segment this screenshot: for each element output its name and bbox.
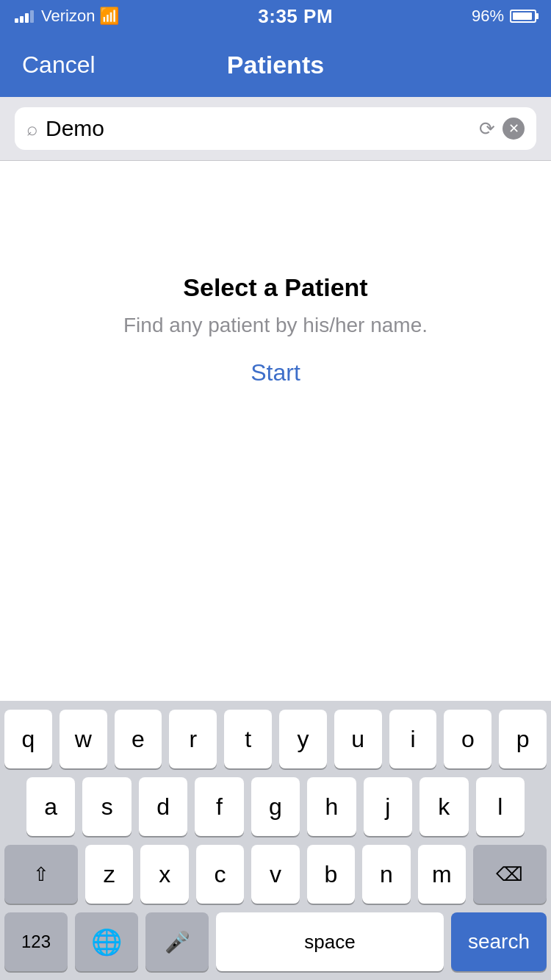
key-k[interactable]: k (419, 777, 468, 836)
battery-fill (513, 12, 532, 20)
numbers-key[interactable]: 123 (4, 912, 68, 971)
keyboard-bottom-row: 123 🌐 🎤 space search (4, 912, 547, 971)
search-icon: ⌕ (26, 118, 38, 140)
battery-percent: 96% (472, 7, 504, 26)
cancel-button[interactable]: Cancel (22, 51, 96, 79)
search-input[interactable] (46, 116, 472, 141)
nav-bar: Cancel Patients (0, 32, 551, 97)
space-key[interactable]: space (216, 912, 444, 971)
key-z[interactable]: z (85, 845, 133, 904)
page-title: Patients (227, 51, 324, 79)
key-h[interactable]: h (307, 777, 356, 836)
key-c[interactable]: c (196, 845, 244, 904)
key-j[interactable]: j (364, 777, 412, 836)
key-u[interactable]: u (334, 710, 382, 768)
status-left: Verizon 📶 (15, 7, 119, 26)
clear-search-button[interactable]: ✕ (503, 118, 525, 140)
shift-key[interactable]: ⇧ (4, 845, 78, 904)
key-v[interactable]: v (251, 845, 299, 904)
key-m[interactable]: m (418, 845, 466, 904)
search-button[interactable]: search (451, 912, 547, 971)
key-x[interactable]: x (140, 845, 188, 904)
time-label: 3:35 PM (258, 5, 333, 28)
select-patient-subtitle: Find any patient by his/her name. (123, 314, 428, 337)
key-t[interactable]: t (224, 710, 272, 768)
key-y[interactable]: y (279, 710, 327, 768)
key-d[interactable]: d (139, 777, 187, 836)
key-n[interactable]: n (362, 845, 410, 904)
key-p[interactable]: p (499, 710, 547, 768)
key-l[interactable]: l (476, 777, 525, 836)
wifi-icon: 📶 (99, 7, 119, 26)
key-r[interactable]: r (169, 710, 217, 768)
backspace-key[interactable]: ⌫ (473, 845, 547, 904)
main-content: Select a Patient Find any patient by his… (0, 161, 551, 499)
key-b[interactable]: b (307, 845, 355, 904)
globe-key[interactable]: 🌐 (75, 912, 138, 971)
keyboard-row-3: ⇧ z x c v b n m ⌫ (4, 845, 547, 904)
search-bar-container: ⌕ ⟳ ✕ (0, 97, 551, 161)
start-button[interactable]: Start (251, 359, 300, 386)
keyboard-row-1: q w e r t y u i o p (4, 710, 547, 768)
keyboard: q w e r t y u i o p a s d f g h j k l ⇧ … (0, 701, 551, 980)
search-input-wrapper: ⌕ ⟳ ✕ (15, 107, 536, 150)
key-s[interactable]: s (82, 777, 131, 836)
key-o[interactable]: o (444, 710, 491, 768)
key-a[interactable]: a (26, 777, 75, 836)
signal-bars (15, 10, 34, 23)
select-patient-title: Select a Patient (183, 273, 367, 302)
battery-icon (510, 10, 536, 23)
key-w[interactable]: w (60, 710, 107, 768)
status-bar: Verizon 📶 3:35 PM 96% (0, 0, 551, 32)
key-i[interactable]: i (389, 710, 437, 768)
loading-spinner: ⟳ (479, 118, 495, 140)
status-right: 96% (472, 7, 536, 26)
keyboard-row-2: a s d f g h j k l (4, 777, 547, 836)
mic-key[interactable]: 🎤 (145, 912, 209, 971)
key-e[interactable]: e (115, 710, 162, 768)
key-g[interactable]: g (251, 777, 300, 836)
carrier-label: Verizon (41, 7, 95, 26)
key-f[interactable]: f (195, 777, 243, 836)
key-q[interactable]: q (4, 710, 52, 768)
